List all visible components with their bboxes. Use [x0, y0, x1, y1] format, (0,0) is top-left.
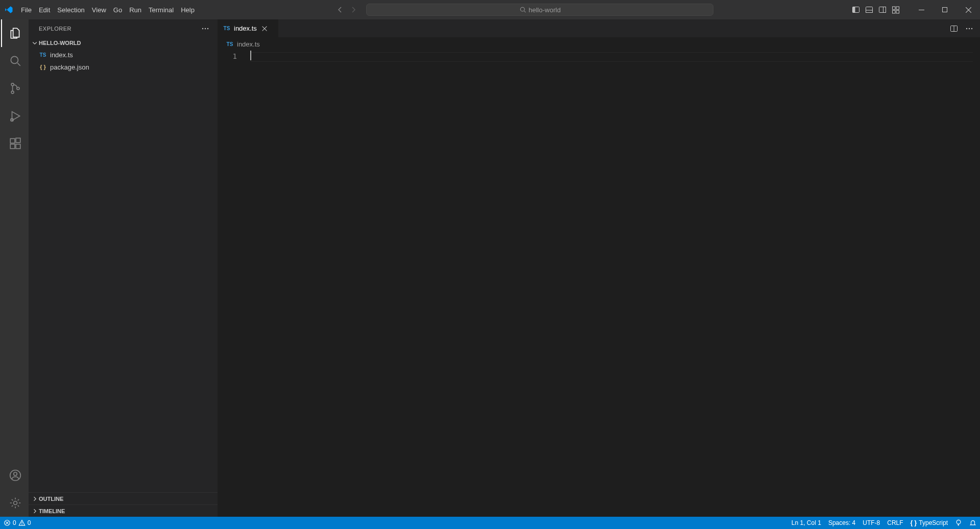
- code-area[interactable]: [250, 51, 973, 517]
- status-problems[interactable]: 0 0: [0, 517, 34, 529]
- menu-file[interactable]: File: [17, 0, 35, 19]
- svg-point-26: [14, 501, 17, 505]
- svg-point-37: [21, 524, 22, 525]
- svg-rect-4: [866, 7, 873, 13]
- svg-line-1: [524, 11, 526, 13]
- error-count: 0: [13, 519, 16, 526]
- editor-tab[interactable]: TS index.ts: [218, 19, 279, 37]
- menu-selection[interactable]: Selection: [54, 0, 88, 19]
- chevron-right-icon: [31, 496, 39, 502]
- customize-layout-button[interactable]: [889, 3, 902, 16]
- extensions-icon: [9, 137, 22, 150]
- timeline-label: Timeline: [39, 508, 65, 514]
- breadcrumb[interactable]: TS index.ts: [218, 37, 980, 51]
- files-icon: [9, 27, 22, 40]
- svg-rect-10: [893, 11, 896, 14]
- svg-rect-9: [896, 7, 899, 10]
- svg-rect-21: [10, 144, 15, 149]
- line-number-gutter: 1: [218, 51, 250, 517]
- sidebar-title-label: Explorer: [39, 26, 71, 32]
- window-minimize-button[interactable]: [910, 0, 933, 19]
- chevron-down-icon: [31, 40, 39, 46]
- menu-run[interactable]: Run: [126, 0, 145, 19]
- activity-run-debug[interactable]: [1, 102, 30, 130]
- svg-rect-7: [883, 7, 886, 13]
- nav-arrows: [333, 3, 360, 16]
- activity-source-control[interactable]: [1, 75, 30, 102]
- menu-view[interactable]: View: [88, 0, 110, 19]
- app-icon: [0, 5, 17, 14]
- editor-group: TS index.ts TS index.ts 1: [218, 19, 980, 517]
- editor-body[interactable]: 1: [218, 51, 980, 517]
- activity-extensions[interactable]: [1, 130, 30, 157]
- svg-rect-23: [16, 138, 20, 143]
- tab-close-button[interactable]: [261, 25, 268, 32]
- search-icon: [9, 54, 22, 67]
- gear-icon: [9, 496, 22, 510]
- window-maximize-button[interactable]: [933, 0, 957, 19]
- status-encoding[interactable]: UTF-8: [859, 519, 883, 526]
- sidebar-title: Explorer: [29, 19, 218, 37]
- source-control-icon: [9, 82, 22, 95]
- menu-terminal[interactable]: Terminal: [145, 0, 177, 19]
- svg-line-15: [17, 63, 20, 65]
- status-feedback[interactable]: [951, 519, 966, 526]
- typescript-file-icon: TS: [223, 26, 231, 31]
- command-center-search[interactable]: hello-world: [366, 4, 713, 16]
- activity-accounts[interactable]: [1, 462, 30, 489]
- file-tree: TS index.ts { } package.json: [29, 49, 218, 492]
- outline-section[interactable]: Outline: [29, 492, 218, 504]
- main-area: Explorer HELLO-WORLD TS index.ts { } pac…: [0, 19, 980, 517]
- svg-rect-22: [16, 144, 20, 149]
- editor-more-button[interactable]: [963, 22, 976, 35]
- status-language[interactable]: { } TypeScript: [907, 519, 951, 526]
- status-bar: 0 0 Ln 1, Col 1 Spaces: 4 UTF-8 CRLF { }…: [0, 517, 980, 529]
- svg-point-29: [207, 28, 208, 29]
- svg-rect-3: [853, 7, 855, 13]
- breadcrumb-label: index.ts: [237, 40, 260, 48]
- activity-manage[interactable]: [1, 489, 30, 517]
- file-tree-item[interactable]: TS index.ts: [29, 49, 218, 61]
- svg-rect-5: [866, 10, 873, 13]
- split-editor-button[interactable]: [947, 22, 961, 35]
- nav-forward-button[interactable]: [347, 3, 360, 16]
- svg-point-25: [14, 472, 17, 476]
- feedback-icon: [955, 519, 962, 526]
- svg-point-16: [11, 83, 14, 86]
- svg-point-38: [957, 520, 961, 524]
- menu-bar: File Edit Selection View Go Run Terminal…: [17, 0, 198, 19]
- svg-rect-11: [896, 11, 899, 14]
- menu-help[interactable]: Help: [177, 0, 198, 19]
- status-indentation[interactable]: Spaces: 4: [825, 519, 859, 526]
- tab-bar: TS index.ts: [218, 19, 980, 37]
- text-cursor: [250, 51, 251, 60]
- menu-go[interactable]: Go: [110, 0, 126, 19]
- nav-back-button[interactable]: [333, 3, 347, 16]
- timeline-section[interactable]: Timeline: [29, 504, 218, 517]
- menu-edit[interactable]: Edit: [35, 0, 54, 19]
- toggle-secondary-sidebar-button[interactable]: [876, 3, 889, 16]
- activity-bar: [0, 19, 29, 517]
- warning-count: 0: [28, 519, 31, 526]
- sidebar-more-button[interactable]: [201, 25, 209, 33]
- svg-point-32: [966, 28, 967, 29]
- minimap[interactable]: [973, 51, 980, 517]
- activity-search[interactable]: [1, 47, 30, 75]
- language-label: TypeScript: [919, 519, 948, 526]
- json-file-icon: { }: [39, 64, 47, 70]
- toggle-primary-sidebar-button[interactable]: [849, 3, 863, 16]
- status-eol[interactable]: CRLF: [883, 519, 906, 526]
- braces-icon: { }: [911, 519, 917, 526]
- status-cursor-position[interactable]: Ln 1, Col 1: [788, 519, 825, 526]
- status-notifications[interactable]: [966, 519, 980, 526]
- window-close-button[interactable]: [957, 0, 980, 19]
- active-line: [250, 52, 973, 62]
- svg-point-0: [520, 7, 524, 11]
- typescript-file-icon: TS: [226, 41, 234, 47]
- toggle-panel-button[interactable]: [863, 3, 876, 16]
- search-text: hello-world: [529, 6, 561, 14]
- activity-explorer[interactable]: [1, 19, 30, 47]
- svg-point-17: [11, 91, 14, 94]
- folder-section-header[interactable]: HELLO-WORLD: [29, 37, 218, 49]
- file-tree-item[interactable]: { } package.json: [29, 61, 218, 73]
